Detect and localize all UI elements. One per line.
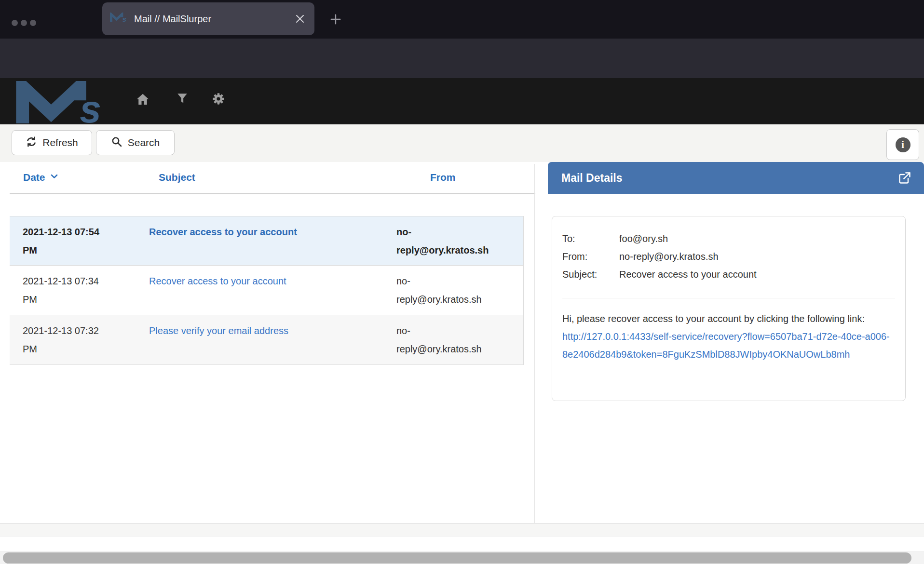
window-control-dot[interactable] (30, 20, 36, 26)
column-header-from[interactable]: From (430, 172, 456, 183)
tab-title: Mail // MailSlurper (134, 13, 211, 25)
refresh-button-label: Refresh (42, 137, 78, 148)
window-control-dot[interactable] (21, 20, 27, 26)
panel-divider (534, 164, 535, 536)
svg-text:s: s (122, 15, 127, 23)
recovery-link[interactable]: http://127.0.0.1:4433/self-service/recov… (562, 331, 890, 360)
popout-icon[interactable] (898, 171, 911, 185)
mail-date: 2021-12-13 07:34 PM (10, 272, 149, 315)
column-header-date-label: Date (23, 172, 45, 183)
mail-row[interactable]: 2021-12-13 07:54 PM Recover access to yo… (10, 216, 523, 266)
to-value: foo@ory.sh (619, 230, 668, 248)
home-icon[interactable] (136, 92, 150, 107)
to-label: To: (562, 230, 619, 248)
horizontal-scrollbar[interactable] (0, 552, 924, 564)
mail-date: 2021-12-13 07:54 PM (10, 223, 149, 265)
filter-icon[interactable] (176, 92, 190, 107)
info-button[interactable]: i (886, 129, 919, 160)
gear-icon[interactable] (212, 92, 226, 107)
mail-row[interactable]: 2021-12-13 07:32 PM Please verify your e… (10, 315, 523, 365)
column-header-date[interactable]: Date (23, 172, 59, 183)
column-header-subject[interactable]: Subject (159, 172, 195, 183)
browser-toolbar: 127.0.0.1:4436/# 90% (0, 39, 924, 78)
bottom-strip (0, 536, 924, 551)
mail-from: no-reply@ory.kratos.sh (396, 223, 507, 265)
refresh-button[interactable]: Refresh (12, 130, 92, 155)
search-button[interactable]: Search (96, 130, 175, 155)
search-icon (111, 136, 122, 150)
mail-details-header: Mail Details (548, 162, 924, 194)
mail-subject-link[interactable]: Recover access to your account (149, 276, 286, 286)
mail-from: no-reply@ory.kratos.sh (396, 322, 507, 364)
header-divider (10, 193, 535, 194)
mail-from: no-reply@ory.kratos.sh (396, 272, 507, 315)
subject-value: Recover access to your account (619, 266, 757, 283)
new-tab-icon[interactable] (329, 13, 342, 26)
svg-text:s: s (80, 87, 101, 123)
from-label: From: (562, 248, 619, 266)
mail-body-text: Hi, please recover access to your accoun… (562, 313, 865, 324)
mail-date: 2021-12-13 07:32 PM (10, 322, 149, 364)
mail-row[interactable]: 2021-12-13 07:34 PM Recover access to yo… (10, 266, 523, 315)
mail-list-header: Date Subject From (10, 168, 535, 193)
mail-body: Hi, please recover access to your accoun… (562, 310, 895, 363)
app-toolbar: Refresh Search i (0, 124, 924, 162)
window-control-dot[interactable] (12, 20, 18, 26)
mail-subject-link[interactable]: Please verify your email address (149, 325, 288, 336)
tab-close-icon[interactable] (294, 13, 306, 25)
refresh-icon (26, 136, 37, 150)
mailslurper-favicon-icon: s (110, 13, 127, 25)
browser-tab-strip: s Mail // MailSlurper (0, 0, 924, 39)
browser-tab[interactable]: s Mail // MailSlurper (102, 2, 314, 35)
subject-label: Subject: (562, 266, 619, 283)
search-button-label: Search (128, 137, 160, 148)
mail-subject-link[interactable]: Recover access to your account (149, 227, 297, 237)
mail-list: 2021-12-13 07:54 PM Recover access to yo… (10, 216, 524, 365)
sort-desc-icon (50, 172, 59, 183)
from-value: no-reply@ory.kratos.sh (619, 248, 719, 266)
horizontal-scrollbar-thumb[interactable] (3, 552, 911, 564)
mailslurper-logo[interactable]: s (12, 81, 113, 125)
page-background-strip (0, 524, 924, 536)
card-divider (562, 298, 895, 298)
mail-details-card: To: foo@ory.sh From: no-reply@ory.kratos… (552, 216, 906, 401)
mail-details-title: Mail Details (561, 172, 623, 185)
info-icon: i (896, 137, 910, 152)
app-navbar: s (0, 78, 924, 124)
